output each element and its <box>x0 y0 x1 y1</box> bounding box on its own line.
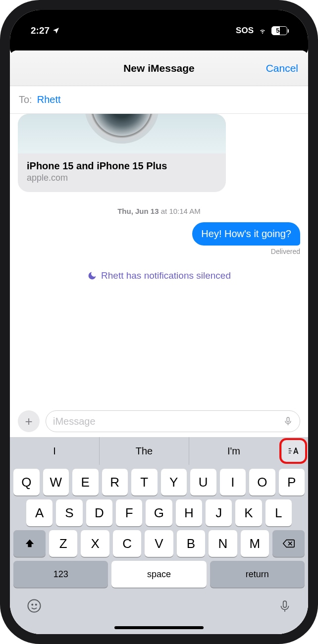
return-key[interactable]: return <box>210 561 305 588</box>
recipient-name[interactable]: Rhett <box>37 94 61 105</box>
home-indicator[interactable] <box>114 626 204 629</box>
space-key[interactable]: space <box>111 561 206 588</box>
message-timestamp: Thu, Jun 13 at 10:14 AM <box>18 207 300 215</box>
key-c[interactable]: C <box>113 530 141 557</box>
key-z[interactable]: Z <box>49 530 77 557</box>
svg-point-3 <box>36 604 37 605</box>
key-p[interactable]: P <box>279 469 305 495</box>
key-e[interactable]: E <box>72 469 99 495</box>
key-h[interactable]: H <box>176 499 202 526</box>
status-time: 2:27 <box>31 25 50 36</box>
mic-icon[interactable] <box>283 415 293 427</box>
add-attachment-button[interactable]: + <box>18 410 40 432</box>
battery-indicator: 54 <box>271 26 287 35</box>
suggestion-3[interactable]: I'm <box>189 437 278 465</box>
page-title: New iMessage <box>123 62 195 74</box>
svg-rect-4 <box>283 601 287 607</box>
text-format-button[interactable] <box>281 440 305 462</box>
recipient-field[interactable]: To: Rhett <box>10 86 308 114</box>
emoji-icon[interactable] <box>27 598 42 613</box>
notifications-silenced-notice[interactable]: Rhett has notifications silenced <box>18 270 300 281</box>
key-v[interactable]: V <box>145 530 173 557</box>
text-format-icon <box>288 446 300 455</box>
key-x[interactable]: X <box>81 530 109 557</box>
key-j[interactable]: J <box>206 499 232 526</box>
sos-indicator: SOS <box>236 26 254 36</box>
message-placeholder: iMessage <box>53 416 96 427</box>
to-label: To: <box>19 94 32 105</box>
nav-header: New iMessage Cancel <box>10 50 308 86</box>
key-y[interactable]: Y <box>161 469 187 495</box>
delivery-status: Delivered <box>18 248 300 255</box>
key-u[interactable]: U <box>190 469 216 495</box>
location-icon <box>52 27 60 35</box>
shift-key[interactable] <box>13 530 46 557</box>
svg-point-2 <box>32 604 33 605</box>
key-r[interactable]: R <box>102 469 128 495</box>
message-input[interactable]: iMessage <box>46 410 300 432</box>
suggestion-2[interactable]: The <box>99 437 189 465</box>
key-b[interactable]: B <box>177 530 205 557</box>
link-domain: apple.com <box>27 173 217 183</box>
numbers-key[interactable]: 123 <box>13 561 108 588</box>
key-k[interactable]: K <box>235 499 262 526</box>
link-preview-image <box>18 114 226 153</box>
key-w[interactable]: W <box>43 469 69 495</box>
moon-icon <box>87 271 97 281</box>
key-o[interactable]: O <box>249 469 275 495</box>
key-d[interactable]: D <box>86 499 112 526</box>
backspace-key[interactable] <box>272 530 305 557</box>
key-g[interactable]: G <box>146 499 172 526</box>
svg-point-1 <box>28 600 41 612</box>
key-f[interactable]: F <box>116 499 142 526</box>
svg-rect-0 <box>287 417 289 422</box>
suggestion-1[interactable]: I <box>10 437 99 465</box>
cancel-button[interactable]: Cancel <box>266 62 298 74</box>
dynamic-island <box>122 21 196 42</box>
key-s[interactable]: S <box>56 499 82 526</box>
key-m[interactable]: M <box>241 530 269 557</box>
link-preview[interactable]: iPhone 15 and iPhone 15 Plus apple.com <box>18 114 226 192</box>
key-i[interactable]: I <box>220 469 246 495</box>
link-title: iPhone 15 and iPhone 15 Plus <box>27 160 217 172</box>
keyboard: I The I'm QWERTYUIOP ASDFGHJKL ZXCVBNM <box>10 437 308 634</box>
dictation-icon[interactable] <box>278 598 291 614</box>
wifi-icon <box>258 27 267 35</box>
shift-icon <box>24 538 35 549</box>
key-a[interactable]: A <box>26 499 53 526</box>
key-q[interactable]: Q <box>13 469 40 495</box>
key-l[interactable]: L <box>265 499 292 526</box>
sent-message-bubble[interactable]: Hey! How's it going? <box>192 222 300 246</box>
backspace-icon <box>282 539 295 548</box>
key-t[interactable]: T <box>131 469 158 495</box>
key-n[interactable]: N <box>209 530 237 557</box>
